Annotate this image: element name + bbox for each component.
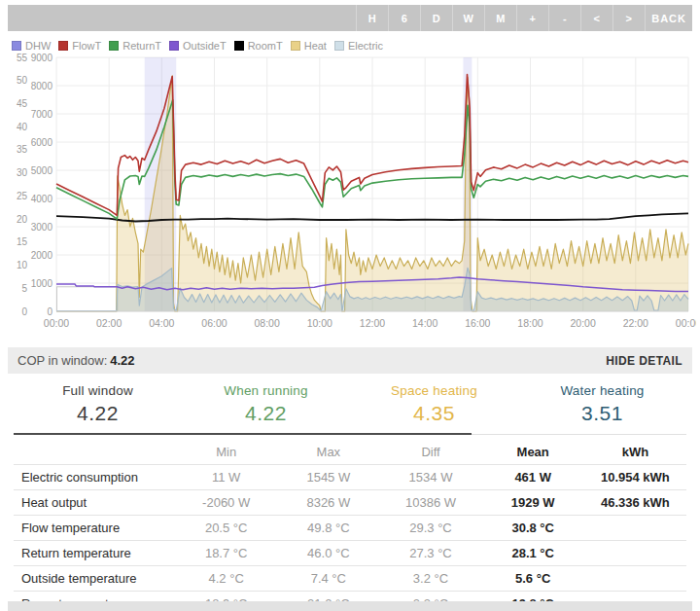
stats-header-row: MinMaxDiffMeankWh (14, 440, 686, 465)
toolbar-button--[interactable]: - (548, 5, 580, 31)
toolbar: H6DWM+-<>BACK (8, 5, 692, 31)
footer-bar (8, 601, 692, 611)
cop-bar: COP in window:4.22 HIDE DETAIL (8, 347, 692, 374)
stats-header-diff: Diff (379, 440, 481, 465)
x-tick-label: 20:00 (571, 317, 596, 329)
stats-cell: 46.0 °C (277, 541, 379, 566)
y-power-tick-label: 0 (47, 306, 52, 317)
stats-row-outside-temperature: Outside temperature4.2 °C7.4 °C3.2 °C5.6… (14, 566, 686, 592)
toolbar-button-h[interactable]: H (356, 5, 388, 31)
legend-item-returnt[interactable]: ReturnT (109, 40, 161, 52)
toolbar-button-m[interactable]: M (484, 5, 516, 31)
summary-card-space-heating[interactable]: Space heating4.35 (350, 383, 518, 425)
cop-summary-cards: Full window4.22When running4.22Space hea… (14, 383, 686, 425)
summary-card-label: Full window (14, 383, 182, 398)
legend-swatch-dhw (12, 41, 21, 51)
legend-item-electric[interactable]: Electric (334, 40, 383, 52)
legend-item-flowt[interactable]: FlowT (58, 40, 101, 52)
stats-row-return-temperature: Return temperature18.7 °C46.0 °C27.3 °C2… (14, 541, 686, 566)
y-power-tick-label: 5000 (31, 165, 53, 176)
heatpump-chart[interactable]: 00:0002:0004:0006:0008:0010:0012:0014:00… (4, 54, 696, 338)
legend-label: Electric (348, 40, 383, 52)
stats-row-label: Return temperature (14, 541, 175, 566)
summary-underline (14, 433, 686, 436)
toolbar-button->[interactable]: > (612, 5, 645, 31)
y-temp-tick-label: 50 (17, 75, 28, 86)
stats-cell: 1545 W (277, 465, 379, 490)
x-tick-label: 00:00 (676, 317, 696, 329)
stats-cell: 461 W (482, 465, 584, 490)
x-tick-label: 14:00 (412, 317, 438, 329)
chart-area: 00:0002:0004:0006:0008:0010:0012:0014:00… (0, 54, 700, 341)
y-temp-tick-label: 40 (17, 122, 28, 132)
back-button[interactable]: BACK (645, 5, 692, 31)
y-temp-tick-label: 25 (17, 191, 28, 201)
stats-row-electric-consumption: Electric consumption11 W1545 W1534 W461 … (14, 465, 686, 490)
x-tick-label: 00:00 (44, 317, 69, 329)
stats-cell: 10386 W (379, 490, 481, 516)
detail-panel: Full window4.22When running4.22Space hea… (0, 383, 700, 611)
stats-cell: -2060 W (175, 490, 277, 516)
stats-header-min: Min (175, 440, 277, 465)
cop-value: 4.22 (110, 353, 134, 368)
stats-header-mean: Mean (482, 440, 584, 465)
toolbar-button-6[interactable]: 6 (388, 5, 420, 31)
summary-underline-selected (14, 433, 472, 435)
y-temp-tick-label: 0 (21, 306, 27, 317)
stats-row-label: Electric consumption (14, 465, 175, 490)
stats-cell: 27.3 °C (379, 541, 481, 566)
legend-item-roomt[interactable]: RoomT (234, 40, 283, 52)
summary-card-value: 4.35 (350, 402, 518, 425)
y-temp-tick-label: 15 (17, 236, 28, 247)
stats-table: MinMaxDiffMeankWh Electric consumption11… (14, 440, 686, 611)
summary-card-value: 3.51 (518, 402, 686, 425)
toolbar-button-d[interactable]: D (420, 5, 452, 31)
legend-label: OutsideT (183, 40, 227, 52)
summary-card-full-window[interactable]: Full window4.22 (14, 383, 182, 425)
stats-cell: 1929 W (482, 490, 584, 516)
legend-swatch-returnt (109, 41, 119, 51)
y-power-tick-label: 4000 (31, 194, 53, 204)
legend-label: RoomT (248, 40, 283, 52)
stats-cell: 7.4 °C (277, 566, 379, 592)
summary-card-when-running[interactable]: When running4.22 (182, 383, 350, 425)
legend-item-dhw[interactable]: DHW (12, 40, 51, 52)
toolbar-button-+[interactable]: + (516, 5, 548, 31)
toolbar-button-<[interactable]: < (580, 5, 612, 31)
legend-swatch-outsidet (169, 41, 179, 51)
summary-card-value: 4.22 (14, 402, 182, 425)
hide-detail-button[interactable]: HIDE DETAIL (606, 354, 682, 368)
stats-row-label: Heat output (14, 490, 175, 516)
stats-cell: 11 W (175, 465, 277, 490)
y-power-tick-label: 3000 (31, 222, 53, 233)
legend-item-outsidet[interactable]: OutsideT (169, 40, 227, 52)
y-temp-tick-label: 5 (21, 283, 27, 294)
x-tick-label: 02:00 (96, 317, 122, 329)
heatpump-app-page: H6DWM+-<>BACK DHWFlowTReturnTOutsideTRoo… (0, 0, 700, 611)
y-temp-tick-label: 45 (17, 98, 28, 109)
x-tick-label: 12:00 (360, 317, 385, 329)
legend-label: Heat (304, 40, 327, 52)
legend-item-heat[interactable]: Heat (291, 40, 327, 52)
y-temp-tick-label: 55 (17, 54, 28, 63)
summary-card-value: 4.22 (182, 402, 350, 425)
summary-card-label: Space heating (350, 383, 518, 398)
stats-cell (584, 516, 686, 541)
summary-card-water-heating[interactable]: Water heating3.51 (518, 383, 686, 425)
stats-cell: 10.954 kWh (584, 465, 686, 490)
summary-card-label: When running (182, 383, 350, 398)
y-power-tick-label: 2000 (31, 250, 53, 261)
legend-swatch-heat (291, 41, 300, 51)
toolbar-button-w[interactable]: W (452, 5, 484, 31)
y-power-tick-label: 9000 (31, 54, 53, 63)
x-tick-label: 18:00 (517, 317, 542, 329)
stats-table-body: Electric consumption11 W1545 W1534 W461 … (14, 465, 686, 611)
legend-label: DHW (25, 40, 51, 52)
stats-cell: 30.8 °C (482, 516, 584, 541)
stats-cell: 1534 W (379, 465, 481, 490)
stats-row-flow-temperature: Flow temperature20.5 °C49.8 °C29.3 °C30.… (14, 516, 686, 541)
stats-table-head: MinMaxDiffMeankWh (14, 440, 686, 465)
cop-in-window: COP in window:4.22 (18, 353, 135, 368)
y-power-tick-label: 1000 (31, 278, 53, 289)
y-power-tick-label: 6000 (31, 137, 53, 148)
